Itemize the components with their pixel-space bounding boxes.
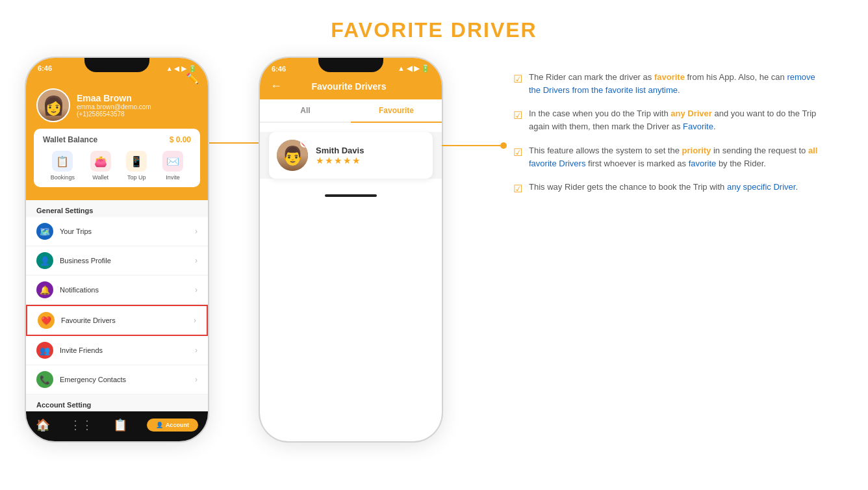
right-arrow-dot	[500, 142, 507, 149]
menu-your-trips-label: Your Trips	[60, 227, 195, 235]
qa-bookings-label: Bookings	[51, 174, 75, 181]
right-panel: ☑ The Rider can mark the driver as favor…	[507, 58, 842, 210]
driver-avatar: 👨 ❤️	[277, 140, 308, 171]
nav-list[interactable]: 📋	[113, 418, 127, 432]
invite-friends-icon: 👥	[36, 342, 53, 359]
chevron-icon-6: ›	[195, 375, 198, 384]
account-nav-label: Account	[166, 422, 189, 428]
page-title: FAVORITE DRIVER	[331, 18, 537, 42]
qa-invite-label: Invite	[166, 174, 180, 181]
menu-business-label: Business Profile	[60, 257, 195, 264]
wallet-row: Wallet Balance $ 0.00	[43, 135, 191, 144]
nav-home[interactable]: 🏠	[36, 418, 50, 432]
wallet-icon: 👛	[90, 151, 111, 172]
qa-invite[interactable]: ✉️ Invite	[162, 151, 183, 181]
favourite-drivers-icon: ❤️	[38, 312, 55, 329]
profile-phone: (+1)2586543578	[77, 110, 198, 118]
bookings-icon: 📋	[52, 151, 73, 172]
driver-card: 👨 ❤️ Smith Davis ★★★★★	[269, 132, 433, 179]
bottom-nav: 🏠 ⋮⋮ 📋 👤 Account	[26, 411, 208, 441]
qa-wallet[interactable]: 👛 Wallet	[90, 151, 111, 181]
general-settings-label: General Settings	[26, 200, 208, 217]
notch-1	[84, 58, 149, 72]
list-icon: 📋	[113, 418, 127, 432]
edit-profile-icon[interactable]: ✏️	[186, 72, 199, 84]
emergency-icon: 📞	[36, 371, 53, 388]
topup-icon: 📱	[126, 151, 147, 172]
menu-notifications-label: Notifications	[60, 286, 195, 294]
status-icons-1: ▲ ◀ ▶ 🔋	[166, 65, 196, 72]
account-setting-label: Account Setting	[26, 394, 208, 411]
tab-all[interactable]: All	[260, 99, 351, 123]
chevron-icon-3: ›	[195, 285, 198, 294]
qa-bookings[interactable]: 📋 Bookings	[51, 151, 75, 181]
profile-name: Emaa Brown	[77, 93, 198, 103]
bullet-3: ☑ This feature allows the system to set …	[513, 144, 823, 170]
menu-emergency-label: Emergency Contacts	[60, 376, 195, 383]
right-arrow-line	[442, 145, 500, 146]
home-icon: 🏠	[36, 418, 50, 432]
driver-name: Smith Davis	[316, 146, 425, 155]
check-icon-2: ☑	[513, 108, 522, 123]
nav-account[interactable]: 👤 Account	[147, 419, 198, 432]
menu-your-trips[interactable]: 🗺️ Your Trips ›	[26, 217, 208, 246]
status-time-1: 6:46	[38, 64, 52, 72]
qa-topup-label: Top Up	[127, 174, 146, 181]
check-icon-3: ☑	[513, 145, 522, 161]
bullet-text-1: The Rider can mark the driver as favorit…	[529, 71, 823, 97]
chevron-icon-4: ›	[194, 316, 196, 325]
notifications-icon: 🔔	[36, 281, 53, 298]
phone-2: 6:46 ▲ ◀ ▶ 🔋 ← Favourite Drivers All Fav…	[260, 58, 442, 441]
status-time-2: 6:46	[272, 65, 286, 73]
profile-info: Emaa Brown emma.brown@demo.com (+1)25865…	[77, 93, 198, 118]
menu-section: General Settings 🗺️ Your Trips › 👤 Busin…	[26, 200, 208, 411]
bullet-2: ☑ In the case when you do the Trip with …	[513, 107, 823, 133]
invite-icon: ✉️	[162, 151, 183, 172]
nav-grid[interactable]: ⋮⋮	[70, 418, 93, 432]
bullet-1: ☑ The Rider can mark the driver as favor…	[513, 71, 823, 97]
menu-favourite-label: Favourite Drivers	[61, 316, 194, 324]
grid-icon: ⋮⋮	[70, 418, 93, 432]
wallet-label: Wallet Balance	[43, 135, 97, 144]
bullet-text-3: This feature allows the system to set th…	[529, 144, 823, 170]
back-button[interactable]: ←	[270, 79, 282, 93]
arrow-line	[208, 142, 260, 144]
trips-icon: 🗺️	[36, 223, 53, 240]
driver-info: Smith Davis ★★★★★	[316, 146, 425, 166]
profile-email: emma.brown@demo.com	[77, 103, 198, 110]
tab-favourite[interactable]: Favourite	[351, 99, 442, 123]
right-connector	[442, 142, 507, 149]
check-icon-1: ☑	[513, 71, 522, 87]
main-content: 6:46 ▲ ◀ ▶ 🔋 ✏️ 👩 Emaa Brown em	[0, 58, 868, 441]
bullet-4: ☑ This way Rider gets the chance to book…	[513, 181, 823, 197]
business-icon: 👤	[36, 252, 53, 269]
phone2-body: 👨 ❤️ Smith Davis ★★★★★	[260, 132, 442, 179]
quick-actions: 📋 Bookings 👛 Wallet 📱 Top Up ✉️ Invite	[43, 151, 191, 181]
wallet-amount: $ 0.00	[170, 135, 191, 144]
menu-business-profile[interactable]: 👤 Business Profile ›	[26, 246, 208, 276]
home-bar	[325, 194, 377, 197]
heart-badge-icon: ❤️	[300, 140, 308, 148]
phone2-nav: ← Favourite Drivers	[260, 75, 442, 99]
wallet-card: Wallet Balance $ 0.00 📋 Bookings 👛 Walle…	[34, 129, 200, 187]
connector-arrow	[208, 142, 260, 144]
menu-favourite-drivers[interactable]: ❤️ Favourite Drivers ›	[26, 305, 208, 336]
bullet-text-4: This way Rider gets the chance to book t…	[529, 181, 798, 194]
status-icons-2: ▲ ◀ ▶ 🔋	[398, 64, 430, 73]
menu-notifications[interactable]: 🔔 Notifications ›	[26, 276, 208, 305]
menu-invite-label: Invite Friends	[60, 346, 195, 354]
home-indicator	[260, 188, 442, 203]
driver-stars: ★★★★★	[316, 155, 425, 166]
account-nav-button[interactable]: 👤 Account	[147, 419, 198, 432]
qa-topup[interactable]: 📱 Top Up	[126, 151, 147, 181]
tabs-row: All Favourite	[260, 99, 442, 123]
bullet-text-2: In the case when you do the Trip with an…	[529, 107, 823, 133]
phone1-header: 6:46 ▲ ◀ ▶ 🔋 ✏️ 👩 Emaa Brown em	[26, 58, 208, 200]
menu-invite-friends[interactable]: 👥 Invite Friends ›	[26, 336, 208, 365]
account-nav-icon: 👤	[156, 422, 163, 428]
chevron-icon: ›	[195, 227, 198, 236]
menu-emergency-contacts[interactable]: 📞 Emergency Contacts ›	[26, 365, 208, 394]
chevron-icon-2: ›	[195, 256, 198, 265]
chevron-icon-5: ›	[195, 346, 198, 355]
notch-2	[318, 58, 383, 72]
